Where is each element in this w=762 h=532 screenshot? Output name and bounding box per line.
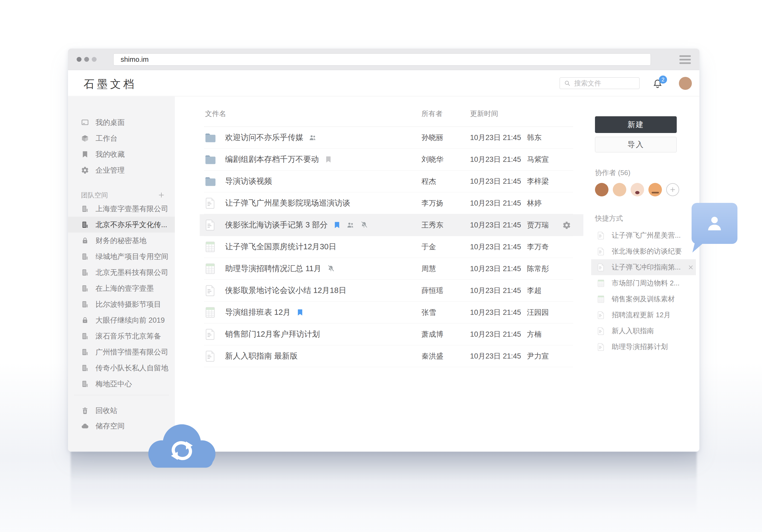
new-button[interactable]: 新建 [595, 116, 677, 133]
file-owner: 周慧 [421, 264, 436, 273]
team-space-label: 滚石音乐节北京筹备 [96, 331, 161, 341]
file-row[interactable]: 欢迎访问不亦乐乎传媒 孙晓丽 10月23日 21:45 韩东 [204, 127, 573, 149]
add-collaborator-button[interactable] [666, 183, 679, 196]
document-icon [597, 311, 605, 319]
contact-bubble[interactable] [692, 203, 740, 255]
team-space-item[interactable]: 传奇小队长私人自留地 [68, 360, 175, 376]
app-logo[interactable]: 石墨文档 [84, 77, 136, 92]
workbench-icon [81, 134, 89, 142]
team-space-item[interactable]: 比尔波特摄影节项目 [68, 296, 175, 312]
file-updated: 10月23日 21:45 [470, 308, 521, 317]
spreadsheet-icon [204, 306, 216, 319]
collaborator-avatar[interactable] [595, 183, 608, 196]
sync-cloud-button[interactable] [146, 422, 218, 472]
file-row[interactable]: 销售部门12月客户拜访计划 萧成博 10月23日 21:45 方楠 [204, 324, 573, 345]
file-row-highlighted[interactable]: 侠影张北海访谈手记第 3 部分 王秀东 10月23日 21:45 贾万瑞 [204, 214, 573, 236]
document-icon [204, 197, 216, 209]
sidebar-item-my-desktop[interactable]: 我的桌面 [68, 114, 175, 130]
row-settings-gear-icon[interactable] [562, 221, 571, 229]
file-name: 让子弹飞全国票房统计12月30日 [225, 242, 337, 252]
sidebar-item-enterprise-admin[interactable]: 企业管理 [68, 162, 175, 178]
column-header-owner[interactable]: 所有者 [421, 109, 442, 118]
collaborator-avatar[interactable] [631, 183, 644, 196]
collaborator-avatar[interactable] [648, 183, 662, 196]
team-space-item[interactable]: 梅地亞中心 [68, 376, 175, 392]
shortcut-label: 让子弹飞冲印指南第... [612, 263, 681, 272]
column-header-updated[interactable]: 更新时间 [470, 109, 498, 118]
document-icon [597, 231, 605, 240]
file-owner: 刘晓华 [421, 155, 443, 164]
file-updated: 10月23日 21:45 [470, 242, 521, 252]
team-space-item[interactable]: 在上海的壹字壹墨 [68, 280, 175, 296]
file-owner: 薛恒瑶 [421, 286, 443, 295]
import-button[interactable]: 导入 [595, 137, 677, 152]
shortcut-item[interactable]: 张北海侠影的访谈纪要 [595, 243, 694, 259]
file-row[interactable]: 编剧组剧本存档千万不要动 刘晓华 10月23日 21:45 马紫宣 [204, 149, 573, 171]
search-input[interactable] [574, 79, 636, 87]
team-space-label: 绿城地产项目专用空间 [96, 252, 168, 262]
sidebar-item-label: 工作台 [96, 133, 117, 143]
window-minimize-dot[interactable] [84, 57, 89, 62]
shortcut-item[interactable]: 让子弹飞广州星美营... [595, 227, 694, 243]
file-updated: 10月23日 21:45 [470, 133, 521, 142]
file-row[interactable]: 侠影取景地讨论会议小结 12月18日 薛恒瑶 10月23日 21:45 李超 [204, 280, 573, 302]
shortcut-label: 助理导演招募计划 [612, 342, 668, 351]
shortcut-item-hovered[interactable]: 让子弹飞冲印指南第... [595, 259, 694, 275]
search-box[interactable] [560, 77, 640, 89]
window-close-dot[interactable] [77, 57, 82, 62]
shortcut-item[interactable]: 新人入职指南 [595, 323, 694, 339]
team-space-item[interactable]: 财务的秘密基地 [68, 233, 175, 249]
document-icon [597, 247, 605, 256]
shortcut-item[interactable]: 销售案例及训练素材 [595, 291, 694, 307]
team-space-label: 上海壹字壹墨有限公司 [96, 204, 168, 214]
team-space-label: 财务的秘密基地 [96, 236, 146, 246]
team-space-item-active[interactable]: 北京不亦乐乎文化传... [68, 217, 175, 233]
team-space-item[interactable]: 广州惜字惜墨有限公司 [68, 344, 175, 360]
file-row[interactable]: 让子弹飞广州星美影院现场巡演访谈 李万扬 10月23日 21:45 林婷 [204, 192, 573, 214]
file-name: 侠影取景地讨论会议小结 12月18日 [225, 285, 346, 296]
trash-icon [81, 407, 89, 415]
team-space-item[interactable]: 北京无墨科技有限公司 [68, 265, 175, 280]
file-name: 导演组排班表 12月 [225, 307, 291, 318]
team-space-item[interactable]: 绿城地产项目专用空间 [68, 249, 175, 265]
file-updated: 10月23日 21:45 [470, 330, 521, 339]
sidebar-item-recycle-bin[interactable]: 回收站 [68, 403, 175, 418]
window-zoom-dot[interactable] [92, 57, 97, 62]
file-name: 销售部门12月客户拜访计划 [225, 329, 320, 340]
team-space-label: 北京无墨科技有限公司 [96, 267, 168, 277]
file-row[interactable]: 导演组排班表 12月 张雪 10月23日 21:45 汪园园 [204, 302, 573, 324]
address-bar[interactable]: shimo.im [113, 53, 651, 66]
file-row[interactable]: 新人入职指南 最新版 秦洪盛 10月23日 21:45 尹力宣 [204, 345, 573, 367]
team-space-label: 传奇小队长私人自留地 [96, 363, 168, 373]
file-owner: 于金 [421, 242, 436, 252]
file-row[interactable]: 助理导演招聘情况汇总 11月 周慧 10月23日 21:45 陈常彤 [204, 258, 573, 280]
file-owner: 秦洪盛 [421, 351, 443, 361]
team-space-label: 北京不亦乐乎文化传... [96, 220, 167, 230]
remove-shortcut-icon[interactable] [687, 264, 694, 271]
add-team-space-icon[interactable] [158, 191, 165, 199]
sidebar-item-workbench[interactable]: 工作台 [68, 130, 175, 146]
notifications-button[interactable]: 2 [652, 76, 665, 90]
shortcut-item[interactable]: 助理导演招募计划 [595, 339, 694, 355]
file-updated: 10月23日 21:45 [470, 264, 521, 273]
column-header-name[interactable]: 文件名 [205, 109, 226, 118]
browser-menu-icon[interactable] [679, 55, 691, 64]
shortcut-item[interactable]: 招聘流程更新 12月 [595, 307, 694, 323]
user-avatar[interactable] [679, 77, 692, 90]
team-space-item[interactable]: 上海壹字壹墨有限公司 [68, 201, 175, 217]
team-space-item[interactable]: 滚石音乐节北京筹备 [68, 328, 175, 344]
file-row[interactable]: 让子弹飞全国票房统计12月30日 于金 10月23日 21:45 李万奇 [204, 236, 573, 258]
file-row[interactable]: 导演访谈视频 程杰 10月23日 21:45 李梓梁 [204, 171, 573, 192]
sidebar-item-favorites[interactable]: 我的收藏 [68, 146, 175, 162]
shortcut-label: 招聘流程更新 12月 [612, 310, 670, 320]
collaborator-avatar[interactable] [613, 183, 626, 196]
shortcut-item[interactable]: 市场部门周边物料 2... [595, 275, 694, 291]
file-updated: 10月23日 21:45 [470, 351, 521, 361]
team-space-label: 比尔波特摄影节项目 [96, 299, 161, 309]
file-name: 导演访谈视频 [225, 176, 272, 187]
document-icon [204, 219, 216, 231]
shortcut-label: 让子弹飞广州星美营... [612, 231, 681, 240]
folder-icon [204, 131, 216, 144]
shared-people-icon [346, 221, 354, 229]
team-space-item[interactable]: 大眼仔继续向前 2019 [68, 312, 175, 328]
